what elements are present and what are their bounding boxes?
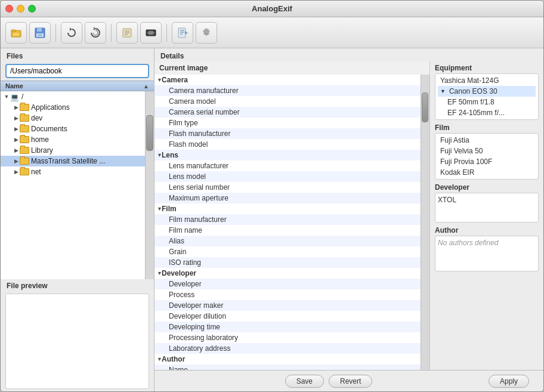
maximize-button[interactable] bbox=[28, 5, 36, 13]
tree-label-masstransit: MassTransit Satellite ... bbox=[31, 157, 105, 165]
apply-button[interactable]: Apply bbox=[489, 375, 529, 388]
save-button[interactable]: Save bbox=[285, 375, 324, 388]
expand-arrow-library: ▶ bbox=[13, 147, 20, 154]
ci-scroll-area: ▼ Camera Camera manufacturer Camera mode… bbox=[154, 75, 429, 370]
script-btn[interactable] bbox=[172, 22, 193, 44]
ci-row-dev-name[interactable]: Developer bbox=[154, 279, 421, 289]
settings-btn[interactable] bbox=[196, 22, 217, 44]
film-list[interactable]: Fuji Astia Fuji Velvia 50 Fuji Provia 10… bbox=[435, 133, 539, 180]
svg-rect-19 bbox=[178, 28, 186, 38]
ci-row-max-aperture[interactable]: Maximum aperture bbox=[154, 193, 421, 203]
ci-row-lab-addr[interactable]: Laboratory address bbox=[154, 343, 421, 354]
expand-arrow-applications: ▶ bbox=[13, 104, 20, 111]
right-panel: Details Current image ▼ Camera Camera ma… bbox=[154, 48, 543, 391]
ci-row-proc-lab[interactable]: Processing laboratory bbox=[154, 332, 421, 343]
details-area: Current image ▼ Camera Camera manufactur… bbox=[154, 61, 543, 370]
ci-row-film-mfr[interactable]: Film manufacturer bbox=[154, 214, 421, 225]
ci-row-lens[interactable]: ▼ Lens bbox=[154, 150, 421, 160]
expand-arrow-masstransit: ▶ bbox=[13, 158, 20, 165]
equipment-list[interactable]: Yashica Mat-124G ▼ Canon EOS 30 EF 50mm … bbox=[435, 73, 539, 120]
ci-row-lens-model[interactable]: Lens model bbox=[154, 171, 421, 182]
ci-row-film[interactable]: ▼ Film bbox=[154, 203, 421, 214]
edit-btn[interactable] bbox=[116, 22, 138, 44]
film-label-kodak: Kodak EIR bbox=[440, 168, 474, 177]
tree-label-applications: Applications bbox=[31, 103, 70, 112]
scrollbar-thumb[interactable] bbox=[146, 115, 153, 151]
ci-row-dev-time[interactable]: Developing time bbox=[154, 322, 421, 332]
drive-icon: 💻 bbox=[10, 93, 20, 100]
tree-item-documents[interactable]: ▶ Documents bbox=[1, 124, 145, 134]
equipment-section: Equipment Yashica Mat-124G ▼ Canon EOS 3… bbox=[435, 64, 539, 120]
tree-item-home[interactable]: ▶ home bbox=[1, 134, 145, 145]
ci-row-cam-model[interactable]: Camera model bbox=[154, 96, 421, 107]
reload-all-btn[interactable] bbox=[85, 22, 106, 44]
open-folder-btn[interactable] bbox=[5, 22, 27, 44]
film-item-astia[interactable]: Fuji Astia bbox=[438, 135, 536, 146]
file-tree-container: ▼ 💻 / ▶ Applications ▶ dev bbox=[1, 91, 154, 279]
tree-label-library: Library bbox=[31, 146, 53, 155]
developer-area[interactable]: XTOL bbox=[435, 193, 539, 223]
tree-item-applications[interactable]: ▶ Applications bbox=[1, 102, 145, 113]
ci-tree[interactable]: ▼ Camera Camera manufacturer Camera mode… bbox=[154, 75, 421, 370]
ci-row-film-name[interactable]: Film name bbox=[154, 225, 421, 236]
equip-item-ef50[interactable]: EF 50mm f/1.8 bbox=[438, 97, 536, 107]
file-tree-scrollbar[interactable] bbox=[145, 91, 154, 279]
author-section: Author No authors defined bbox=[435, 226, 539, 271]
ci-row-film-type[interactable]: Film type bbox=[154, 118, 421, 128]
ci-row-camera[interactable]: ▼ Camera bbox=[154, 75, 421, 85]
reload-btn[interactable] bbox=[61, 22, 82, 44]
ci-row-lens-mfr[interactable]: Lens manufacturer bbox=[154, 160, 421, 171]
author-area[interactable]: No authors defined bbox=[435, 236, 539, 271]
ci-row-alias[interactable]: Alias bbox=[154, 236, 421, 246]
ci-row-flash-model[interactable]: Flash model bbox=[154, 139, 421, 150]
save-btn[interactable] bbox=[29, 22, 51, 44]
ci-section-author-label: Author bbox=[162, 355, 185, 363]
svg-marker-7 bbox=[70, 27, 72, 31]
ci-row-dev-maker[interactable]: Developer maker bbox=[154, 300, 421, 311]
folder-icon-applications bbox=[20, 104, 29, 111]
ci-section-developer-label: Developer bbox=[162, 269, 196, 277]
equip-item-canon[interactable]: ▼ Canon EOS 30 bbox=[438, 86, 536, 97]
film-label-provia: Fuji Provia 100F bbox=[440, 158, 492, 166]
revert-button[interactable]: Revert bbox=[329, 375, 372, 388]
ci-row-process[interactable]: Process bbox=[154, 289, 421, 300]
film-item-velvia[interactable]: Fuji Velvia 50 bbox=[438, 146, 536, 156]
minimize-button[interactable] bbox=[17, 5, 24, 13]
tree-item-root[interactable]: ▼ 💻 / bbox=[1, 91, 145, 102]
author-value: No authors defined bbox=[438, 239, 498, 247]
tree-item-masstransit[interactable]: ▶ MassTransit Satellite ... bbox=[1, 156, 145, 166]
film-btn[interactable] bbox=[140, 22, 162, 44]
ci-row-grain[interactable]: Grain bbox=[154, 246, 421, 257]
path-input[interactable] bbox=[5, 64, 149, 78]
ci-row-flash-mfr[interactable]: Flash manufacturer bbox=[154, 128, 421, 139]
film-item-kodak[interactable]: Kodak EIR bbox=[438, 167, 536, 178]
tree-item-library[interactable]: ▶ Library bbox=[1, 145, 145, 156]
ci-scrollbar[interactable] bbox=[421, 75, 429, 370]
tree-item-net[interactable]: ▶ net bbox=[1, 166, 145, 177]
column-name: Name bbox=[5, 82, 143, 89]
current-image-panel: Current image ▼ Camera Camera manufactur… bbox=[154, 61, 430, 370]
ci-row-lens-serial[interactable]: Lens serial number bbox=[154, 182, 421, 193]
ci-row-dev-dilution[interactable]: Developer dilution bbox=[154, 311, 421, 322]
folder-icon-masstransit bbox=[20, 158, 29, 165]
current-image-label: Current image bbox=[154, 61, 429, 75]
film-item-provia[interactable]: Fuji Provia 100F bbox=[438, 156, 536, 167]
bottom-center: Save Revert bbox=[169, 375, 489, 388]
expand-arrow-documents: ▶ bbox=[13, 125, 20, 132]
ci-row-author-name[interactable]: Name bbox=[154, 365, 421, 370]
ci-row-cam-manufacturer[interactable]: Camera manufacturer bbox=[154, 85, 421, 96]
equip-label-yashica: Yashica Mat-124G bbox=[440, 76, 499, 85]
close-button[interactable] bbox=[5, 5, 13, 13]
equipment-panel: Equipment Yashica Mat-124G ▼ Canon EOS 3… bbox=[430, 61, 543, 370]
film-section: Film Fuji Astia Fuji Velvia 50 Fuji Prov… bbox=[435, 124, 539, 180]
ci-row-iso[interactable]: ISO rating bbox=[154, 257, 421, 268]
ci-row-author[interactable]: ▼ Author bbox=[154, 354, 421, 365]
ci-section-film-label: Film bbox=[162, 205, 177, 213]
file-tree[interactable]: ▼ 💻 / ▶ Applications ▶ dev bbox=[1, 91, 145, 279]
ci-row-developer[interactable]: ▼ Developer bbox=[154, 268, 421, 279]
tree-item-dev[interactable]: ▶ dev bbox=[1, 113, 145, 124]
ci-scrollbar-thumb[interactable] bbox=[422, 92, 428, 122]
equip-item-ef24[interactable]: EF 24-105mm f/... bbox=[438, 107, 536, 118]
equip-item-yashica[interactable]: Yashica Mat-124G bbox=[438, 75, 536, 86]
ci-row-cam-serial[interactable]: Camera serial number bbox=[154, 107, 421, 118]
